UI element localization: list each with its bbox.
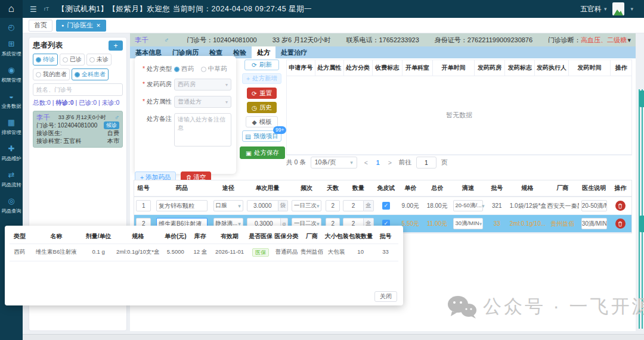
next-page-button[interactable]: >	[386, 159, 394, 166]
days-input[interactable]	[326, 200, 340, 211]
right-drawer-handle[interactable]	[639, 216, 644, 232]
sidebar-item-dashboard[interactable]: ◴	[8, 23, 14, 32]
user-menu-chevron-icon[interactable]: ▾	[630, 6, 633, 12]
page-size-select[interactable]: 10条/页 ▾	[311, 157, 357, 169]
sidebar-item-drug-transfer[interactable]: ⇄ 药品流转	[1, 170, 22, 189]
rx-attr-select[interactable]: 普通处方 ▾	[174, 96, 231, 108]
filter-my-patients[interactable]: 我的患者	[33, 68, 70, 80]
rx-note-textarea[interactable]	[174, 113, 231, 146]
col-days: 天数	[324, 180, 342, 196]
col-request-no: 申请序号	[287, 60, 315, 76]
col-dose-unit: 剂量/单位	[83, 229, 114, 244]
close-tab-icon[interactable]: ✕	[96, 23, 101, 29]
radio-icon	[36, 57, 41, 63]
col-route: 途径	[211, 180, 246, 196]
department-select[interactable]: 五官科 ▾	[580, 4, 607, 14]
add-patient-button[interactable]: +	[109, 40, 123, 51]
batch-no: 33	[485, 218, 509, 229]
new-prescription-button[interactable]: +处方新增	[242, 73, 281, 84]
sidebar-item-drug-maintain[interactable]: ✚ 药品维护	[1, 144, 22, 163]
col-frequency: 频次	[289, 180, 324, 196]
rx-type-herbal[interactable]: 中草药	[201, 65, 227, 73]
collapse-menu-icon[interactable]: ☰	[30, 5, 37, 14]
tab-treatment[interactable]: 处置治疗	[275, 46, 312, 58]
active-dot-icon: ●	[61, 23, 64, 27]
sidebar-item-permission[interactable]: ◉ 权限管理	[1, 65, 22, 84]
col-order-time: 开单时间	[433, 60, 475, 76]
patient-dept: 接诊科室: 五官科	[36, 137, 82, 145]
filter-seen[interactable]: 已诊	[60, 54, 85, 65]
patient-pay-type: 自费	[107, 129, 119, 137]
app-logo[interactable]: ⌂	[0, 0, 23, 18]
watermark: 公众号 · 一飞开源	[446, 294, 644, 319]
bottom-scrollbar-track[interactable]	[23, 334, 644, 340]
permission-icon: ◉	[8, 65, 14, 74]
header-patient-name: 李千	[135, 36, 148, 45]
right-drawer-handle[interactable]	[639, 91, 644, 107]
col-total-price: 总价	[424, 180, 451, 196]
skip-skin-test-checkbox[interactable]: ✓	[382, 202, 390, 210]
chevron-down-icon: ▾	[317, 203, 320, 209]
expand-header-chevron-icon[interactable]: ▾	[627, 36, 631, 44]
page-tabs-bar: 首页 ● 门诊医生 ✕	[23, 18, 644, 33]
prev-page-button[interactable]: <	[362, 159, 370, 166]
male-icon: ♂	[114, 114, 119, 121]
pharmacy-select[interactable]: 西药房 ▾	[174, 79, 231, 91]
quantity-input[interactable]	[343, 200, 364, 211]
route-select[interactable]: 口服▾	[213, 200, 243, 211]
refresh-button[interactable]: ⟳刷新	[244, 60, 279, 70]
tab-prescription[interactable]: 处方	[252, 46, 275, 58]
avatar[interactable]	[612, 2, 624, 15]
close-popup-button[interactable]: 关闭	[374, 291, 397, 302]
right-drawer-line	[639, 89, 640, 329]
sidebar-item-schedule[interactable]: ▦ 排班管理	[1, 118, 22, 136]
template-button[interactable]: ◆模板	[246, 116, 278, 127]
col-dispenser: 发药执行人	[535, 60, 568, 76]
sidebar-item-business-data[interactable]: ◒ 业务数据	[1, 92, 22, 110]
refresh-icon: ⟳	[252, 61, 257, 68]
drip-speed-select[interactable]: 20-50滴/...▾	[453, 200, 483, 211]
tab-home[interactable]: 首页	[29, 20, 52, 32]
group-input[interactable]	[136, 200, 151, 211]
doctor-note-input[interactable]	[581, 200, 607, 211]
top-bar: ⌂ ☰ rT 【测试机构1】【姬紫月】欢迎您 当前时间：2024-04-08 0…	[0, 0, 644, 18]
header-visit-no: 门诊号：102404081000	[187, 36, 256, 45]
tab-outpatient-doctor[interactable]: ● 门诊医生 ✕	[56, 20, 106, 32]
dose-input[interactable]	[247, 200, 278, 211]
save-prescription-button[interactable]: ▣处方保存	[240, 146, 285, 159]
prepaid-icon: ▤	[245, 133, 251, 140]
col-maker: 厂商	[299, 229, 324, 244]
font-resize-icon[interactable]: rT	[44, 6, 49, 12]
image-placeholder-icon	[614, 7, 623, 15]
radio-icon	[174, 67, 179, 72]
chevron-down-icon: ▾	[604, 6, 607, 12]
history-button[interactable]: ◷历史	[247, 102, 277, 113]
doctor-note-input[interactable]	[581, 218, 607, 229]
drug-name-input[interactable]	[156, 200, 208, 211]
frequency-select[interactable]: 一日三次▾	[292, 200, 321, 211]
drug-result-row[interactable]: 西药 维生素B6注射液 0.1 g 2ml:0.1g/10支*盒 5.5000 …	[10, 244, 398, 261]
drip-speed-select[interactable]: 30滴/MIN▾	[453, 218, 483, 229]
reset-button[interactable]: ⟳重置	[247, 88, 277, 99]
patient-card[interactable]: 李千 33 岁6 月12天0小时 ♂ 门诊号: 102404081000 候诊 …	[33, 111, 123, 148]
batch-no: 321	[485, 200, 509, 211]
patient-age: 33 岁6 月12天0小时	[58, 114, 106, 121]
sidebar-item-system[interactable]: ⊞ 系统管理	[1, 39, 22, 58]
filter-all-dept-patients[interactable]: 全科患者	[72, 68, 109, 80]
right-drawer-line	[642, 89, 643, 329]
rx-note-label: 处方备注	[137, 113, 172, 148]
maker: 西安天一秦昆制药	[546, 199, 579, 213]
trash-icon	[618, 203, 623, 209]
patient-name: 李千	[36, 114, 50, 121]
delete-row-button[interactable]	[615, 219, 626, 229]
patient-area: 本市	[107, 137, 119, 145]
current-page[interactable]: 1	[375, 159, 381, 166]
rx-type-western[interactable]: 西药	[174, 65, 194, 73]
goto-page-input[interactable]	[416, 157, 436, 169]
delete-row-button[interactable]	[615, 201, 626, 211]
patient-search-input[interactable]	[33, 83, 123, 96]
sidebar-item-drug-query[interactable]: ◎ 药品查询	[1, 196, 22, 215]
filter-waiting[interactable]: 待诊	[33, 54, 58, 65]
filter-unseen[interactable]: 未诊	[86, 54, 112, 65]
col-insured: 是否医保	[248, 229, 274, 244]
